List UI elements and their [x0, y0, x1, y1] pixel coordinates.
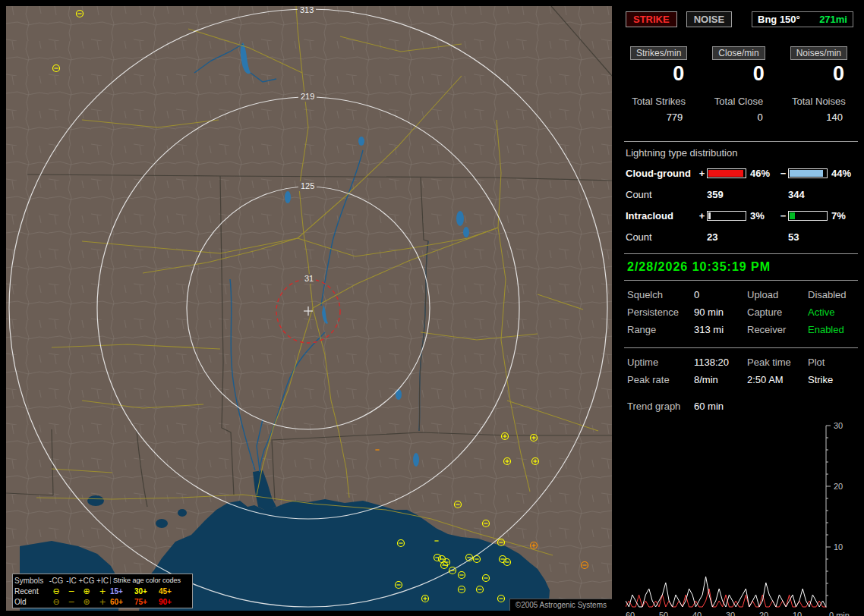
- copyright-label: ©2005 Astrogenic Systems: [509, 599, 612, 611]
- age-code-30: 30+: [134, 587, 159, 596]
- squelch-value: 0: [694, 289, 747, 300]
- total-noises-label: Total Noises: [784, 96, 853, 107]
- mode-bar: STRIKE NOISE Bng 150° 271mi: [626, 11, 853, 27]
- cg-neg-symbol-old-icon: ⊖: [48, 598, 65, 606]
- svg-text:20: 20: [834, 482, 843, 491]
- cg-neg-percent: 44%: [828, 168, 855, 179]
- capture-label: Capture: [747, 306, 808, 318]
- ic-neg-symbol-icon: −: [65, 587, 78, 596]
- trend-graph-header: Trend graph 60 min: [627, 401, 858, 412]
- cg-neg-bar: [788, 168, 828, 178]
- peak-time-value: 2:50 AM: [747, 374, 808, 385]
- legend-row-recent-label: Recent: [14, 587, 48, 596]
- legend-col-cg-pos: +CG: [78, 577, 95, 585]
- strike-mode-button[interactable]: STRIKE: [626, 11, 677, 27]
- datetime-display: 2/28/2026 10:35:19 PM: [624, 253, 858, 281]
- cg-neg-count: 344: [788, 189, 828, 200]
- legend-col-cg-neg: -CG: [48, 577, 65, 585]
- app-window: 313 219 125 31 Symbols -CG -IC +CG +IC S…: [0, 0, 864, 616]
- persistence-label: Persistence: [627, 306, 694, 318]
- ic-neg-sign: −: [778, 210, 788, 222]
- cg-pos-symbol-icon: ⊕: [78, 587, 95, 596]
- svg-text:40: 40: [692, 611, 702, 616]
- divider: [624, 141, 858, 142]
- legend-symbols-header: Symbols: [14, 577, 48, 585]
- ic-neg-symbol-old-icon: −: [65, 598, 78, 606]
- age-code-15: 15+: [110, 587, 134, 596]
- ic-pos-symbol-old-icon: +: [95, 598, 110, 606]
- peak-rate-value: 8/min: [694, 374, 747, 385]
- divider: [624, 347, 858, 348]
- status-panel: STRIKE NOISE Bng 150° 271mi Strikes/min …: [618, 6, 858, 611]
- total-close-label: Total Close: [704, 96, 773, 107]
- ic-pos-bar: [707, 211, 746, 221]
- noises-per-min-chip: Noises/min: [790, 46, 847, 60]
- plot-label: Plot: [808, 357, 858, 368]
- range-label: Range: [627, 324, 694, 335]
- peak-time-label: Peak time: [747, 357, 808, 368]
- total-close-value: 0: [704, 112, 773, 123]
- ic-neg-bar: [788, 211, 828, 221]
- svg-text:0 min: 0 min: [829, 611, 850, 616]
- map-area[interactable]: 313 219 125 31 Symbols -CG -IC +CG +IC S…: [6, 6, 612, 611]
- upload-label: Upload: [747, 289, 808, 300]
- svg-text:30: 30: [726, 611, 735, 616]
- settings-grid: Squelch 0 Upload Disabled Persistence 90…: [627, 289, 858, 335]
- trend-graph: 3020106050403020100 min: [626, 423, 858, 616]
- close-per-min-chip: Close/min: [712, 46, 765, 60]
- counter-noises: Noises/min 0 Total Noises 140: [784, 46, 853, 123]
- total-strikes-value: 779: [624, 112, 693, 123]
- trend-graph-plot: 3020106050403020100 min: [626, 423, 855, 616]
- squelch-label: Squelch: [627, 289, 694, 300]
- age-code-45: 45+: [159, 587, 183, 596]
- cg-pos-sign: +: [697, 168, 707, 179]
- capture-status: Active: [808, 306, 858, 318]
- stats-grid: Uptime 1138:20 Peak time Plot Peak rate …: [627, 357, 858, 385]
- ic-pos-percent: 3%: [746, 210, 778, 222]
- legend-row-old-label: Old: [14, 598, 48, 606]
- svg-text:30: 30: [834, 423, 843, 430]
- receiver-status: Enabled: [808, 324, 858, 335]
- noise-mode-button[interactable]: NOISE: [686, 11, 732, 27]
- svg-text:10: 10: [834, 542, 843, 552]
- cg-pos-percent: 46%: [746, 168, 778, 179]
- intracloud-label: Intracloud: [626, 210, 697, 222]
- rate-counters: Strikes/min 0 Total Strikes 779 Close/mi…: [624, 46, 853, 123]
- ic-count-label: Count: [626, 231, 697, 243]
- svg-text:10: 10: [793, 611, 802, 616]
- age-code-90: 90+: [159, 598, 183, 606]
- upload-status: Disabled: [808, 289, 858, 300]
- cg-neg-symbol-icon: ⊖: [48, 587, 65, 596]
- svg-text:60: 60: [626, 611, 635, 616]
- distribution-title: Lightning type distribution: [626, 147, 858, 159]
- ring-label-219: 219: [298, 92, 317, 102]
- ic-pos-sign: +: [697, 210, 707, 222]
- noises-per-min-value: 0: [784, 62, 853, 86]
- age-code-75: 75+: [134, 598, 159, 606]
- total-strikes-label: Total Strikes: [624, 96, 693, 107]
- plot-mode-value: Strike: [808, 374, 858, 385]
- cg-pos-count: 359: [707, 189, 746, 200]
- range-value: 313 mi: [694, 324, 747, 335]
- counter-strikes: Strikes/min 0 Total Strikes 779: [624, 46, 693, 123]
- ring-label-31: 31: [302, 274, 316, 284]
- uptime-label: Uptime: [627, 357, 694, 368]
- age-code-60: 60+: [110, 598, 134, 606]
- total-noises-value: 140: [784, 112, 853, 123]
- ring-label-125: 125: [298, 181, 317, 191]
- map-legend: Symbols -CG -IC +CG +IC Strike age color…: [12, 574, 193, 608]
- receiver-label: Receiver: [747, 324, 808, 335]
- cg-count-label: Count: [626, 189, 697, 200]
- strikes-per-min-value: 0: [624, 62, 693, 86]
- trend-graph-label: Trend graph: [627, 401, 694, 412]
- cg-neg-sign: −: [778, 168, 788, 179]
- legend-col-ic-pos: +IC: [95, 577, 110, 585]
- ic-pos-symbol-icon: +: [95, 587, 110, 596]
- ic-pos-count: 23: [707, 231, 746, 243]
- cloud-ground-label: Cloud-ground: [626, 168, 697, 179]
- svg-text:20: 20: [759, 611, 768, 616]
- distribution-grid: Cloud-ground + 46% − 44% Count 359 344 I…: [626, 168, 853, 243]
- ring-label-313: 313: [298, 6, 316, 15]
- bearing-label: Bng 150°: [758, 14, 800, 25]
- cg-pos-bar: [707, 168, 746, 178]
